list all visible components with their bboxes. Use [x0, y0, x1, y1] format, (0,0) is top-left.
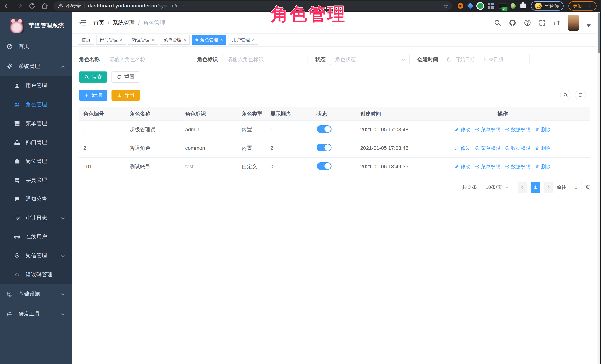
sidebar-item-notices[interactable]: 通知公告 [0, 190, 72, 208]
reload-icon[interactable] [29, 2, 36, 10]
security-label[interactable]: 不安全 [66, 3, 81, 9]
breadcrumb-system[interactable]: 系统管理 [113, 19, 135, 27]
sidebar-item-infra[interactable]: 基础设施 [0, 284, 72, 304]
tab-close-icon[interactable]: × [120, 37, 122, 42]
bookmark-star-icon[interactable]: ☆ [443, 3, 449, 9]
delete-role-button[interactable]: 删除 [535, 127, 551, 133]
extension-icon[interactable] [511, 3, 516, 9]
tab-close-icon[interactable]: × [220, 37, 223, 42]
date-range-picker[interactable]: 开始日期 - 结束日期 [443, 54, 530, 65]
back-icon[interactable] [3, 2, 10, 10]
github-icon[interactable] [509, 19, 516, 27]
delete-role-button[interactable]: 删除 [535, 164, 551, 170]
role-page-content: 角色名称 角色标识 状态 角色状态 创建时间 [72, 46, 597, 364]
toggle-search-button[interactable] [560, 90, 571, 100]
status-toggle[interactable] [317, 162, 331, 170]
role-name-input[interactable] [104, 54, 189, 65]
app-logo-row[interactable]: 芋道管理系统 [0, 12, 72, 36]
sidebar-item-label: 首页 [19, 43, 29, 50]
goto-page-input[interactable] [570, 182, 582, 193]
header-search-icon[interactable] [494, 19, 501, 27]
profile-paused-chip[interactable]: 已暂停 [531, 1, 564, 10]
sidebar-item-users[interactable]: 用户管理 [0, 76, 72, 95]
data-permission-button[interactable]: 数据权限 [505, 127, 530, 133]
cell-created: 2021-01-06 13:49:35 [356, 157, 460, 176]
sidebar-item-dicts[interactable]: 字典管理 [0, 171, 72, 190]
edit-role-button[interactable]: 修改 [455, 145, 470, 151]
browser-menu-icon[interactable]: ⋮ [587, 3, 592, 9]
menu-permission-button[interactable]: 菜单权限 [475, 145, 500, 151]
sidebar-item-roles[interactable]: 角色管理 [0, 95, 72, 114]
tab-menus[interactable]: 菜单管理× [160, 35, 190, 45]
data-permission-button[interactable]: 数据权限 [505, 164, 530, 170]
sidebar-item-system[interactable]: 系统管理 [0, 56, 72, 76]
sidebar-collapse-icon[interactable] [79, 19, 87, 27]
breadcrumb-home[interactable]: 首页 [93, 19, 104, 27]
sidebar-item-departments[interactable]: 部门管理 [0, 133, 72, 152]
profile-emoji-icon [535, 3, 542, 9]
status-toggle[interactable] [317, 144, 331, 151]
font-size-icon[interactable]: тT [553, 19, 560, 27]
edit-role-button[interactable]: 修改 [455, 164, 470, 170]
fullscreen-icon[interactable] [539, 19, 546, 27]
menu-permission-button[interactable]: 菜单权限 [475, 164, 500, 170]
refresh-table-button[interactable] [575, 90, 586, 100]
sidebar-item-dev-tools[interactable]: 研发工具 [0, 304, 72, 324]
status-select-placeholder: 角色状态 [335, 56, 356, 63]
cell-created: 2021-01-05 17:03:48 [356, 139, 460, 157]
address-divider [84, 3, 84, 9]
data-permission-button[interactable]: 数据权限 [505, 145, 530, 151]
tab-roles[interactable]: 角色管理× [192, 35, 226, 45]
extensions-puzzle-icon[interactable] [521, 3, 526, 8]
next-page-button[interactable] [544, 182, 553, 193]
current-page-button[interactable]: 1 [531, 182, 540, 193]
tab-departments[interactable]: 部门管理× [96, 35, 126, 45]
status-toggle[interactable] [317, 125, 331, 133]
sidebar-item-posts[interactable]: 岗位管理 [0, 152, 72, 171]
role-key-input[interactable] [222, 54, 307, 65]
cell-role-type: 自定义 [237, 157, 266, 176]
forward-icon[interactable] [16, 2, 23, 10]
page-size-select[interactable]: 10条/页 [481, 182, 514, 193]
help-icon[interactable] [524, 19, 531, 27]
menu-permission-button[interactable]: 菜单权限 [475, 127, 500, 133]
home-icon[interactable] [41, 2, 48, 10]
tab-users[interactable]: 用户管理× [229, 35, 258, 45]
sidebar-item-menus[interactable]: 菜单管理 [0, 114, 72, 133]
add-role-button[interactable]: 新增 [79, 90, 107, 101]
sidebar-item-sms[interactable]: 短信管理 [0, 246, 72, 265]
extension-icon[interactable] [458, 3, 463, 9]
search-button[interactable]: 搜索 [79, 71, 107, 83]
delete-role-button[interactable]: 删除 [535, 145, 551, 151]
prev-page-button[interactable] [518, 182, 527, 193]
tab-home[interactable]: 首页 [78, 35, 94, 45]
extension-icon[interactable] [467, 3, 473, 9]
status-select[interactable]: 角色状态 [330, 54, 410, 65]
tab-close-icon[interactable]: × [183, 37, 186, 42]
sidebar-item-error-codes[interactable]: 错误码管理 [0, 265, 72, 284]
url-host[interactable]: dashboard.yudao.iocoder.cn [88, 3, 157, 9]
sidebar-item-online-users[interactable]: 在线用户 [0, 227, 72, 246]
end-date-placeholder[interactable]: 结束日期 [484, 56, 503, 63]
sidebar-item-home[interactable]: 首页 [0, 36, 72, 56]
tab-posts[interactable]: 岗位管理× [128, 35, 158, 45]
user-avatar[interactable] [568, 15, 579, 31]
breadcrumb: 首页 / 系统管理 / 角色管理 [93, 19, 165, 27]
url-path[interactable]: /system/role [157, 3, 184, 9]
export-button[interactable]: 导出 [111, 90, 140, 101]
address-bar[interactable]: 不安全 dashboard.yudao.iocoder.cn/system/ro… [53, 1, 452, 10]
not-secure-warning-icon[interactable] [58, 3, 64, 9]
chrome-update-chip[interactable]: 更新 ⋮ [568, 1, 597, 10]
tab-close-icon[interactable]: × [252, 37, 255, 42]
start-date-placeholder[interactable]: 开始日期 [455, 56, 475, 63]
reset-button[interactable]: 重置 [111, 71, 140, 83]
scrollbar-thumb[interactable] [598, 13, 601, 53]
edit-role-button[interactable]: 修改 [455, 127, 470, 133]
extension-icon[interactable] [477, 3, 483, 9]
sidebar-item-audit-logs[interactable]: 审计日志 [0, 208, 72, 227]
extension-camera-icon[interactable]: on [499, 3, 506, 9]
tab-close-icon[interactable]: × [152, 37, 154, 42]
status-label: 状态 [315, 56, 326, 63]
extension-grid-icon[interactable] [488, 3, 491, 5]
avatar-caret-icon[interactable] [587, 24, 591, 27]
